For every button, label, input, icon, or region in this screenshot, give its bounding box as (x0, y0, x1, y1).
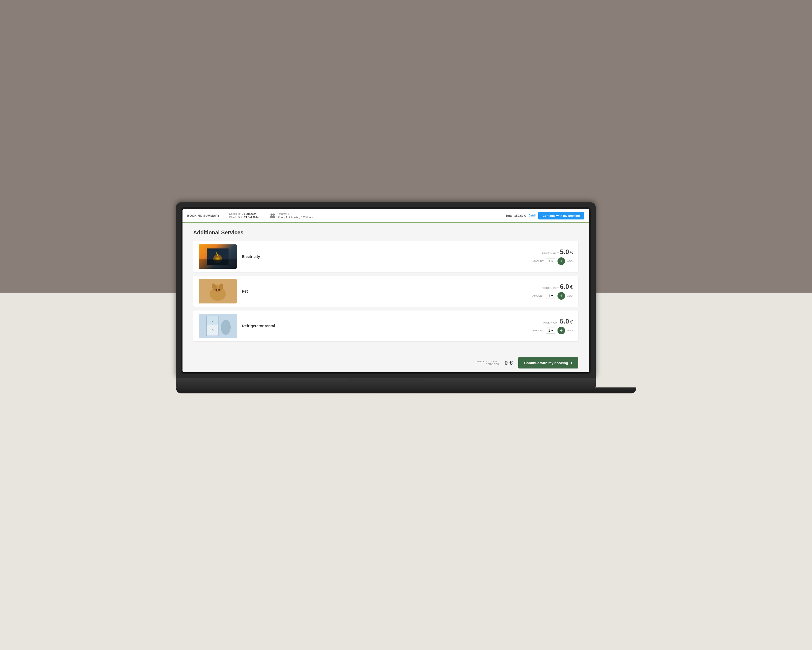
screen: BOOKING SUMMARY → Check-In: 15 Jul 2024 … (183, 209, 589, 372)
electricity-price-row: PRICE/NIGHT 5.0 € (542, 248, 573, 256)
pet-amount-value: 1 (548, 294, 550, 298)
svg-point-15 (216, 291, 219, 292)
fridge-currency: € (570, 319, 572, 325)
pet-pricing: PRICE/NIGHT 6.0 € AMOUNT 1 ▾ + (532, 283, 572, 300)
pet-name: Pet (242, 289, 533, 294)
electricity-price-label: PRICE/NIGHT (542, 252, 559, 255)
electricity-currency: € (570, 250, 572, 255)
svg-point-14 (218, 289, 220, 291)
pet-amount-row: AMOUNT 1 ▾ + ADD (532, 292, 572, 300)
electricity-add-label: ADD (567, 260, 573, 263)
rooms-section: Rooms: 1 Room 1: 2 Adults , 0 Children (270, 213, 313, 219)
fridge-price-row: PRICE/NIGHT 5.0 € (542, 318, 573, 325)
svg-rect-6 (207, 260, 229, 265)
header-divider-1 (264, 212, 264, 220)
svg-point-0 (270, 214, 273, 216)
fridge-price-label: PRICE/NIGHT (542, 321, 559, 324)
electricity-pricing: PRICE/NIGHT 5.0 € AMOUNT 1 ▾ + (532, 248, 572, 265)
booking-summary-label: BOOKING SUMMARY (187, 214, 220, 217)
fridge-add-button[interactable]: + (557, 327, 565, 334)
checkin-row: → Check-In: 15 Jul 2024 (225, 213, 259, 216)
svg-rect-19 (207, 317, 218, 324)
pet-dropdown-arrow: ▾ (551, 294, 553, 298)
fridge-dropdown-arrow: ▾ (551, 329, 553, 332)
fridge-pricing: PRICE/NIGHT 5.0 € AMOUNT 1 ▾ + (532, 318, 572, 334)
laptop: BOOKING SUMMARY → Check-In: 15 Jul 2024 … (176, 202, 636, 393)
pet-price-row: PRICE/NIGHT 6.0 € (542, 283, 573, 291)
laptop-bottom-edge (176, 387, 636, 393)
total-section: Total: 159.60 € Detail Continue with my … (505, 212, 584, 219)
fridge-add-label: ADD (567, 329, 573, 332)
service-card-refrigerator: Refrigerator rental PRICE/NIGHT 5.0 € AM… (193, 310, 578, 341)
dates-section: → Check-In: 15 Jul 2024 ← Check-Out: 21 … (225, 213, 259, 219)
checkin-arrow-icon: → (225, 213, 228, 216)
electricity-amount-label: AMOUNT (532, 260, 544, 263)
pet-add-button[interactable]: + (557, 292, 565, 300)
svg-point-22 (221, 320, 231, 335)
trackpad (348, 379, 424, 381)
electricity-add-button[interactable]: + (557, 257, 565, 265)
fridge-price-value: 5.0 (560, 318, 569, 325)
svg-point-1 (273, 214, 275, 216)
footer-bar: TOTAL ADDITIONAL SERVICES 0 € Continue w… (183, 353, 589, 372)
svg-point-13 (215, 289, 217, 291)
fridge-amount-value: 1 (548, 329, 550, 332)
electricity-amount-value: 1 (548, 259, 550, 263)
electricity-amount-row: AMOUNT 1 ▾ + ADD (532, 257, 572, 265)
booking-header: BOOKING SUMMARY → Check-In: 15 Jul 2024 … (183, 209, 589, 223)
fridge-amount-selector[interactable]: 1 ▾ (546, 327, 555, 333)
svg-point-3 (272, 216, 275, 218)
electricity-dropdown-arrow: ▾ (551, 259, 553, 263)
continue-booking-footer-button[interactable]: Continue with my booking › (518, 357, 578, 369)
laptop-base (176, 378, 596, 387)
electricity-amount-selector[interactable]: 1 ▾ (546, 258, 555, 264)
fridge-name: Refrigerator rental (242, 324, 533, 328)
total-additional-label: TOTAL ADDITIONAL (474, 360, 499, 363)
checkout-date: 21 Jul 2024 (244, 216, 259, 219)
pet-currency: € (570, 284, 572, 290)
checkin-date: 15 Jul 2024 (242, 213, 256, 216)
total-label: Total: 159.60 € (505, 214, 526, 217)
room-detail: Room 1: 2 Adults , 0 Children (278, 216, 313, 219)
rooms-info: Rooms: 1 Room 1: 2 Adults , 0 Children (278, 213, 313, 219)
detail-link[interactable]: Detail (528, 214, 536, 217)
service-card-electricity: Electricity PRICE/NIGHT 5.0 € AMOUNT 1 (193, 241, 578, 272)
fridge-svg (199, 314, 237, 338)
checkout-label: Check-Out: (229, 216, 243, 219)
laptop-lid: BOOKING SUMMARY → Check-In: 15 Jul 2024 … (176, 202, 596, 378)
pet-add-label: ADD (567, 295, 573, 297)
chevron-right-icon: › (571, 360, 572, 365)
pet-price-value: 6.0 (560, 283, 569, 291)
pet-svg (199, 279, 237, 303)
electricity-svg (207, 248, 229, 265)
checkout-row: ← Check-Out: 21 Jul 2024 (225, 216, 259, 219)
total-additional-value: 0 € (504, 359, 513, 366)
checkout-arrow-icon: ← (225, 216, 228, 219)
pet-image (199, 279, 237, 303)
checkin-label: Check-In: (229, 213, 241, 216)
fridge-amount-row: AMOUNT 1 ▾ + ADD (532, 327, 572, 334)
electricity-name: Electricity (242, 254, 533, 259)
pet-amount-label: AMOUNT (532, 295, 544, 297)
pet-amount-selector[interactable]: 1 ▾ (546, 293, 555, 299)
services-label: SERVICES (486, 363, 499, 366)
main-content: Additional Services (183, 223, 589, 353)
service-card-pet: Pet PRICE/NIGHT 6.0 € AMOUNT 1 (193, 276, 578, 307)
continue-btn-footer-label: Continue with my booking (524, 361, 568, 365)
electricity-image (199, 245, 237, 269)
fridge-image (199, 314, 237, 338)
total-additional-section: TOTAL ADDITIONAL SERVICES (474, 360, 499, 366)
fridge-img-placeholder (199, 314, 237, 338)
page-title: Additional Services (193, 229, 578, 236)
electricity-price-value: 5.0 (560, 248, 569, 256)
pet-price-label: PRICE/NIGHT (542, 287, 559, 289)
electricity-img-placeholder (199, 245, 237, 269)
fridge-amount-label: AMOUNT (532, 329, 544, 332)
people-icon (270, 213, 276, 218)
rooms-label: Rooms: 1 (278, 213, 313, 216)
screen-bezel: BOOKING SUMMARY → Check-In: 15 Jul 2024 … (181, 207, 591, 374)
pet-img-placeholder (199, 279, 237, 303)
continue-booking-header-button[interactable]: Continue with my booking (538, 212, 584, 219)
